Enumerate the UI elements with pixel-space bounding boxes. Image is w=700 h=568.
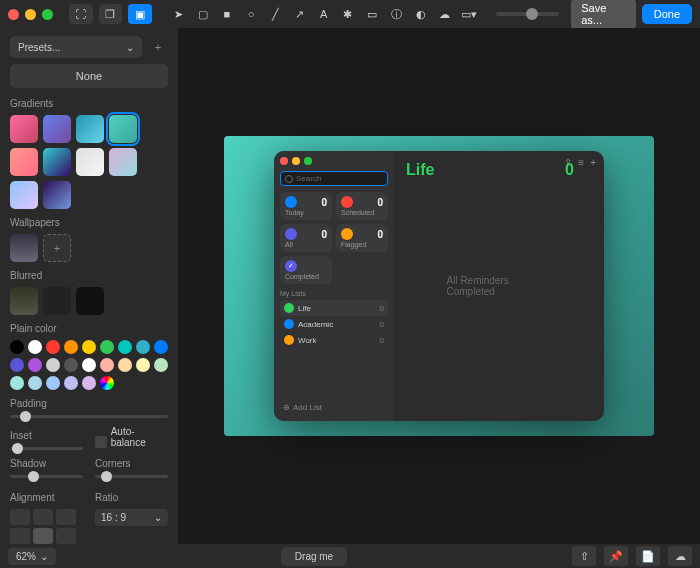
- completed-category[interactable]: ✓ Completed: [280, 256, 332, 284]
- export-icon[interactable]: ⇧: [572, 546, 596, 566]
- maximize-icon[interactable]: [304, 157, 312, 165]
- zoom-slider[interactable]: [496, 12, 560, 16]
- add-list-button[interactable]: ⊕Add List: [280, 400, 388, 415]
- image-tool[interactable]: ▣: [128, 4, 152, 24]
- gradient-swatch[interactable]: [43, 115, 71, 143]
- color-swatch[interactable]: [82, 358, 96, 372]
- menu-icon[interactable]: ≡: [578, 157, 584, 168]
- inset-slider[interactable]: [10, 447, 83, 450]
- color-swatch[interactable]: [118, 358, 132, 372]
- align-btn[interactable]: [10, 509, 30, 525]
- color-swatch[interactable]: [118, 340, 132, 354]
- gradient-swatch[interactable]: [76, 148, 104, 176]
- category-all[interactable]: 0All: [280, 224, 332, 252]
- layers-tool[interactable]: ❐: [99, 4, 123, 24]
- category-scheduled[interactable]: 0Scheduled: [336, 192, 388, 220]
- blur-icon[interactable]: ✱: [339, 4, 357, 24]
- none-button[interactable]: None: [10, 64, 168, 88]
- crop-tool[interactable]: ⛶: [69, 4, 93, 24]
- pin-icon[interactable]: 📌: [604, 546, 628, 566]
- color-swatch[interactable]: [100, 340, 114, 354]
- color-swatch[interactable]: [154, 340, 168, 354]
- padding-slider[interactable]: [10, 415, 168, 418]
- maximize-icon[interactable]: [42, 9, 53, 20]
- list-item[interactable]: Work0: [280, 332, 388, 348]
- align-btn[interactable]: [33, 528, 53, 544]
- color-swatch[interactable]: [100, 358, 114, 372]
- corners-slider[interactable]: [95, 475, 168, 478]
- color-swatch[interactable]: [46, 376, 60, 390]
- color-swatch[interactable]: [28, 358, 42, 372]
- minimize-icon[interactable]: [25, 9, 36, 20]
- color-swatch[interactable]: [28, 340, 42, 354]
- list-name: Academic: [298, 320, 333, 329]
- minimize-icon[interactable]: [292, 157, 300, 165]
- add-wallpaper-button[interactable]: +: [43, 234, 71, 262]
- color-swatch[interactable]: [136, 358, 150, 372]
- align-btn[interactable]: [56, 509, 76, 525]
- color-swatch[interactable]: [64, 358, 78, 372]
- line-icon[interactable]: ╱: [266, 4, 284, 24]
- list-count: 0: [565, 161, 574, 179]
- info-icon[interactable]: ⓘ: [387, 4, 405, 24]
- gradient-swatch[interactable]: [109, 115, 137, 143]
- gradient-swatch[interactable]: [10, 148, 38, 176]
- blurred-swatch[interactable]: [10, 287, 38, 315]
- pointer-icon[interactable]: ➤: [169, 4, 187, 24]
- color-swatch[interactable]: [46, 358, 60, 372]
- color-swatch[interactable]: [64, 376, 78, 390]
- gradient-swatch[interactable]: [10, 181, 38, 209]
- color-swatch[interactable]: [100, 376, 114, 390]
- close-icon[interactable]: [8, 9, 19, 20]
- add-preset-button[interactable]: +: [148, 36, 168, 58]
- blurred-swatch[interactable]: [76, 287, 104, 315]
- color-swatch[interactable]: [82, 340, 96, 354]
- align-btn[interactable]: [33, 509, 53, 525]
- redact-icon[interactable]: ◐: [411, 4, 429, 24]
- fill-rect-icon[interactable]: ■: [218, 4, 236, 24]
- color-swatch[interactable]: [10, 376, 24, 390]
- align-btn[interactable]: [10, 528, 30, 544]
- zoom-select[interactable]: 62%⌄: [8, 548, 56, 565]
- add-icon[interactable]: +: [590, 157, 596, 168]
- gradient-swatch[interactable]: [76, 115, 104, 143]
- color-swatch[interactable]: [10, 340, 24, 354]
- color-swatch[interactable]: [64, 340, 78, 354]
- autobalance-checkbox[interactable]: [95, 436, 107, 448]
- gradient-swatch[interactable]: [10, 115, 38, 143]
- copy-icon[interactable]: 📄: [636, 546, 660, 566]
- close-icon[interactable]: [280, 157, 288, 165]
- rect-icon[interactable]: ▢: [194, 4, 212, 24]
- done-button[interactable]: Done: [642, 4, 692, 24]
- color-swatch[interactable]: [136, 340, 150, 354]
- gradient-swatch[interactable]: [109, 148, 137, 176]
- canvas[interactable]: Search 0Today0Scheduled0All0Flagged ✓ Co…: [178, 28, 700, 544]
- blurred-swatch[interactable]: [43, 287, 71, 315]
- cloud-icon[interactable]: ☁: [436, 4, 454, 24]
- arrow-icon[interactable]: ↗: [290, 4, 308, 24]
- category-today[interactable]: 0Today: [280, 192, 332, 220]
- list-item[interactable]: Life0: [280, 300, 388, 316]
- color-swatch[interactable]: [10, 358, 24, 372]
- gradient-swatch[interactable]: [43, 148, 71, 176]
- color-swatch[interactable]: [154, 358, 168, 372]
- color-swatch[interactable]: [28, 376, 42, 390]
- drag-button[interactable]: Drag me: [281, 547, 347, 566]
- search-input[interactable]: Search: [280, 171, 388, 186]
- save-button[interactable]: Save as...: [571, 0, 636, 30]
- presets-select[interactable]: Presets...⌄: [10, 36, 142, 58]
- circle-icon[interactable]: ○: [242, 4, 260, 24]
- align-btn[interactable]: [56, 528, 76, 544]
- color-swatch[interactable]: [46, 340, 60, 354]
- wallpaper-swatch[interactable]: [10, 234, 38, 262]
- color-swatch[interactable]: [82, 376, 96, 390]
- category-flagged[interactable]: 0Flagged: [336, 224, 388, 252]
- gradient-swatch[interactable]: [43, 181, 71, 209]
- upload-icon[interactable]: ☁: [668, 546, 692, 566]
- number-icon[interactable]: ▭: [363, 4, 381, 24]
- shadow-slider[interactable]: [10, 475, 83, 478]
- text-icon[interactable]: A: [315, 4, 333, 24]
- device-icon[interactable]: ▭▾: [460, 4, 478, 24]
- list-item[interactable]: Academic0: [280, 316, 388, 332]
- ratio-select[interactable]: 16 : 9⌄: [95, 509, 168, 526]
